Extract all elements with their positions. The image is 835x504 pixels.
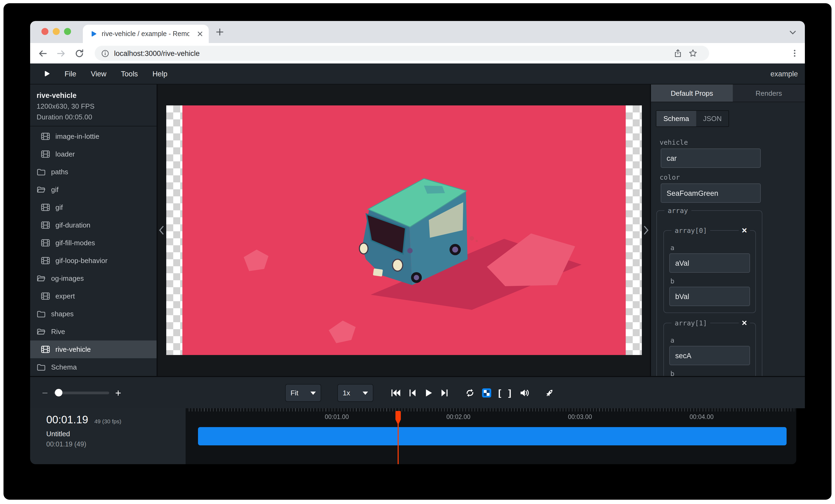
play-icon[interactable] (424, 388, 433, 397)
props-body: Schema JSON vehicle color array array[0]… (653, 102, 766, 376)
sidebar-item-rive-vehicle[interactable]: rive-vehicle (30, 340, 157, 358)
transparency-checker-right (626, 105, 641, 355)
tab-search-chevron-icon[interactable] (789, 28, 797, 37)
array-0-remove-icon[interactable]: ✕ (739, 226, 750, 235)
folder-icon (37, 362, 46, 372)
chevron-down-icon (363, 391, 368, 395)
sidebar-folder-gif[interactable]: gif (30, 181, 157, 198)
sidebar-folder-schema[interactable]: Schema (30, 358, 157, 376)
zoom-out-icon[interactable]: − (42, 387, 48, 398)
track-name[interactable]: Untitled (46, 430, 186, 438)
collapse-sidebar-icon[interactable] (159, 225, 164, 235)
next-frame-icon[interactable] (440, 388, 449, 397)
browser-toolbar: localhost:3000/rive-vehicle (30, 43, 805, 63)
current-timecode: 00:01.19 (46, 414, 88, 426)
sidebar-folder-og-images[interactable]: og-images (30, 270, 157, 287)
browser-tab[interactable]: rive-vehicle / example - Remot (83, 25, 209, 43)
film-icon (41, 149, 50, 159)
maximize-window-button[interactable] (64, 28, 71, 35)
sidebar-folder-shapes[interactable]: shapes (30, 305, 157, 323)
toggle-schema[interactable]: Schema (656, 111, 696, 126)
url-text[interactable]: localhost:3000/rive-vehicle (114, 49, 200, 57)
canvas-zoom-control: − + (42, 377, 121, 408)
back-button[interactable] (38, 49, 47, 58)
vehicle-illustration (182, 105, 626, 355)
sidebar-folder-paths[interactable]: paths (30, 163, 157, 181)
sidebar-item-gif-loop-behavior[interactable]: gif-loop-behavior (30, 252, 157, 270)
array-1-a-input[interactable] (669, 346, 750, 365)
array-1-remove-icon[interactable]: ✕ (739, 318, 750, 328)
sidebar-item-image-in-lottie[interactable]: image-in-lottie (30, 127, 157, 145)
app-menubar: File View Tools Help example (30, 63, 805, 84)
sidebar-item-expert[interactable]: expert (30, 287, 157, 305)
transport-controls: [ ] (391, 377, 554, 408)
a-label: a (670, 336, 750, 344)
share-icon[interactable] (674, 49, 682, 58)
main-content: rive-vehicle 1200x630, 30 FPS Duration 0… (30, 84, 805, 376)
array-0-a-input[interactable] (669, 253, 750, 273)
browser-tabstrip: rive-vehicle / example - Remot (30, 21, 805, 43)
film-icon (41, 220, 50, 230)
timeline: 00:01.00 00:02.00 00:03.00 00:04.00 00:0… (30, 408, 805, 464)
transparency-checker-left (166, 105, 182, 355)
skip-to-start-icon[interactable] (391, 388, 401, 397)
tab-renders[interactable]: Renders (733, 84, 805, 102)
forward-button[interactable] (57, 49, 66, 58)
playback-speed-dropdown[interactable]: 1x (337, 384, 373, 402)
tab-close-icon[interactable] (196, 29, 204, 38)
zoom-in-icon[interactable]: + (115, 387, 121, 398)
zoom-slider-knob[interactable] (55, 388, 62, 396)
collapse-props-icon[interactable] (644, 225, 649, 235)
browser-menu-icon[interactable] (790, 49, 799, 58)
transparency-toggle-icon[interactable] (482, 388, 491, 397)
array-item-1: array[1] ✕ a b (664, 323, 756, 376)
sidebar-folder-rive[interactable]: Rive (30, 323, 157, 340)
previous-frame-icon[interactable] (408, 388, 417, 397)
site-info-icon[interactable] (101, 49, 109, 57)
address-bar[interactable]: localhost:3000/rive-vehicle (95, 46, 709, 61)
ruler-label: 00:02.00 (446, 414, 470, 420)
browser-window: rive-vehicle / example - Remot localhost… (30, 21, 805, 464)
fit-dropdown[interactable]: Fit (285, 384, 321, 402)
composition-duration: Duration 00:05.00 (37, 113, 150, 121)
ruler-label: 00:04.00 (690, 414, 714, 420)
playhead-marker[interactable] (395, 411, 401, 425)
render-rocket-icon[interactable] (545, 388, 554, 397)
in-point-icon[interactable]: [ (498, 388, 501, 397)
out-point-icon[interactable]: ] (508, 388, 511, 397)
track-duration: 00:01.19 (49) (46, 441, 186, 448)
minimize-window-button[interactable] (53, 28, 60, 35)
remotion-logo-icon[interactable] (42, 70, 50, 78)
new-tab-button[interactable] (215, 27, 224, 37)
tab-default-props[interactable]: Default Props (651, 84, 733, 102)
array-0-legend: array[0] (671, 227, 710, 234)
menu-view[interactable]: View (91, 70, 106, 78)
folder-open-icon (37, 185, 46, 194)
sidebar-item-gif-duration[interactable]: gif-duration (30, 216, 157, 234)
array-0-b-input[interactable] (669, 287, 750, 306)
zoom-slider[interactable] (54, 391, 109, 394)
schema-json-toggle: Schema JSON (656, 110, 729, 127)
timeline-track-bar[interactable] (198, 427, 787, 445)
menu-help[interactable]: Help (152, 70, 168, 78)
sidebar-item-gif-fill-modes[interactable]: gif-fill-modes (30, 234, 157, 252)
ruler-label: 00:03.00 (568, 414, 592, 420)
volume-icon[interactable] (520, 388, 530, 397)
preview-canvas (158, 84, 650, 376)
sidebar-item-loader[interactable]: loader (30, 145, 157, 163)
window-controls[interactable] (41, 28, 71, 35)
color-input[interactable] (661, 184, 761, 203)
vehicle-input[interactable] (661, 148, 761, 168)
loop-icon[interactable] (465, 388, 475, 397)
ruler-label: 00:01.00 (325, 414, 349, 420)
color-label: color (659, 173, 766, 181)
menu-file[interactable]: File (65, 70, 76, 78)
menu-tools[interactable]: Tools (121, 70, 138, 78)
composition-name: rive-vehicle (37, 91, 150, 100)
close-window-button[interactable] (41, 28, 48, 35)
a-label: a (670, 244, 750, 252)
bookmark-star-icon[interactable] (689, 49, 697, 58)
reload-button[interactable] (75, 49, 84, 58)
toggle-json[interactable]: JSON (696, 111, 729, 126)
sidebar-item-gif[interactable]: gif (30, 198, 157, 216)
